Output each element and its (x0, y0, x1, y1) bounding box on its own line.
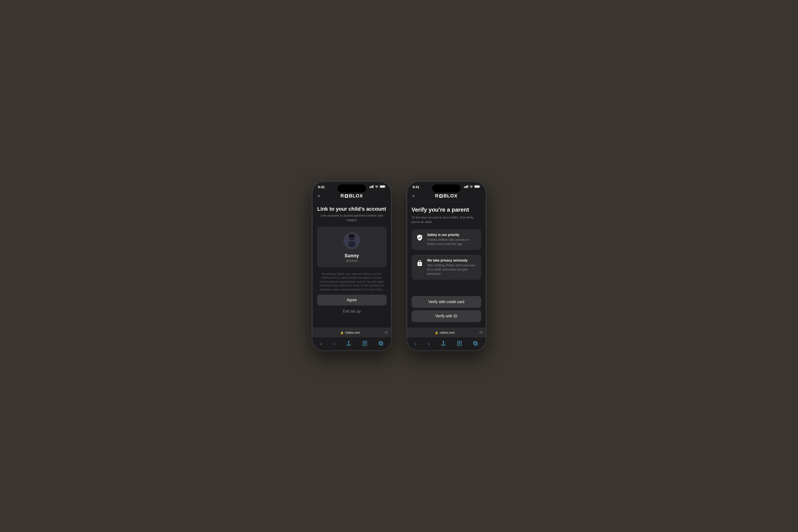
bookmarks-button-1[interactable] (360, 339, 370, 349)
tabs-button-2[interactable] (471, 339, 480, 348)
link-account-title: Link to your child's account (317, 206, 386, 212)
phone-1-content: Link to your child's account Link accoun… (312, 202, 391, 316)
svg-rect-3 (373, 185, 373, 188)
svg-rect-2 (372, 186, 373, 188)
shield-icon (415, 233, 424, 242)
logo-o-icon-2 (439, 194, 443, 198)
status-time-2: 9:41 (413, 185, 419, 189)
share-button-2[interactable] (438, 339, 448, 349)
browser-bar-2: 🔒 roblox.com ↺ (407, 328, 486, 337)
svg-rect-18 (380, 342, 383, 345)
bottom-nav-1: ‹ › (312, 337, 391, 350)
svg-point-12 (352, 238, 353, 238)
safety-text-block: Safety is our priority To keep children … (427, 233, 477, 246)
phone-2-content: Verify you're a parent To link your acco… (407, 202, 486, 280)
bottom-nav-2: ‹ › (407, 337, 486, 350)
svg-rect-5 (385, 186, 385, 187)
tabs-button-1[interactable] (376, 339, 386, 348)
lock-icon-2 (415, 259, 424, 267)
privacy-text-block: We take privacy seriously After verifyin… (427, 259, 477, 276)
share-button-1[interactable] (344, 339, 354, 349)
roblox-logo-1: RBLOX (341, 193, 363, 198)
verify-title: Verify you're a parent (412, 206, 481, 213)
logo-blox: BLOX (349, 193, 363, 198)
logo-r-2: R (435, 193, 439, 198)
signal-icon-2 (464, 185, 468, 189)
safety-card-title: Safety is our priority (427, 233, 477, 237)
svg-rect-17 (379, 341, 382, 344)
svg-rect-31 (475, 342, 477, 345)
verify-credit-card-button[interactable]: Verify with credit card (412, 296, 481, 308)
agree-button[interactable]: Agree (317, 294, 386, 305)
svg-rect-21 (466, 186, 467, 188)
safety-card-desc: To keep children safe, parents on Roblox… (427, 238, 477, 246)
logo-r: R (341, 193, 344, 198)
svg-rect-6 (380, 186, 384, 188)
status-icons-1 (369, 185, 386, 189)
battery-icon-2 (474, 185, 480, 189)
account-handle: @sun34 (346, 259, 358, 263)
legal-text: By selecting "Agree," you represent that… (317, 272, 386, 291)
back-button-2[interactable]: ‹ (412, 340, 419, 348)
status-time-1: 9:41 (318, 185, 325, 189)
exit-setup-button[interactable]: Exit set up (317, 306, 386, 316)
verify-id-button[interactable]: Verify with ID (412, 310, 481, 322)
url-text-1: roblox.com (345, 331, 360, 334)
link-account-subtitle: Link accounts to access parental control… (317, 213, 386, 222)
close-button-1[interactable]: ✕ (317, 193, 321, 198)
reload-button-2[interactable]: ↺ (479, 330, 482, 335)
scene: 9:41 (311, 181, 487, 351)
lock-icon-browser-2: 🔒 (435, 331, 438, 334)
svg-rect-25 (475, 186, 479, 188)
svg-rect-0 (369, 187, 370, 188)
phone-1: 9:41 (311, 181, 392, 351)
avatar (343, 232, 360, 249)
forward-button-1[interactable]: › (331, 340, 338, 348)
close-button-2[interactable]: ✕ (412, 193, 415, 198)
bookmarks-button-2[interactable] (454, 339, 464, 349)
logo-o-icon (345, 194, 348, 198)
phone-2: 9:41 (406, 181, 487, 351)
account-name: Sunny (344, 253, 359, 259)
reload-button-1[interactable]: ↺ (384, 330, 387, 335)
wifi-icon (375, 185, 379, 189)
browser-bar-1: 🔒 roblox.com ↺ (312, 328, 391, 337)
svg-rect-30 (474, 341, 476, 344)
status-icons-2 (464, 185, 480, 189)
logo-blox-2: BLOX (443, 193, 457, 198)
battery-icon (380, 185, 386, 189)
account-card: Sunny @sun34 (317, 227, 386, 267)
svg-point-11 (350, 238, 352, 238)
verify-buttons: Verify with credit card Verify with ID (412, 296, 481, 324)
back-button-1[interactable]: ‹ (318, 340, 325, 348)
svg-rect-19 (464, 187, 465, 188)
svg-rect-24 (479, 186, 480, 187)
roblox-logo-2: RBLOX (435, 193, 457, 198)
browser-url-1: 🔒 roblox.com (316, 331, 384, 334)
url-text-2: roblox.com (440, 331, 455, 334)
svg-rect-22 (467, 185, 468, 188)
svg-rect-20 (465, 186, 466, 188)
safety-card: Safety is our priority To keep children … (412, 229, 481, 250)
verify-subtitle: To link your account to your child's, fi… (412, 215, 481, 224)
lock-icon-1: 🔒 (340, 331, 344, 334)
privacy-card-desc: After verifying, Roblox won't save your … (427, 263, 477, 276)
browser-url-2: 🔒 roblox.com (411, 331, 479, 334)
svg-point-9 (349, 234, 355, 238)
wifi-icon-2 (469, 185, 473, 189)
svg-rect-10 (348, 242, 355, 247)
forward-button-2[interactable]: › (425, 340, 433, 348)
privacy-card-title: We take privacy seriously (427, 259, 477, 262)
privacy-card: We take privacy seriously After verifyin… (412, 255, 481, 280)
dynamic-island-2 (432, 185, 461, 192)
dynamic-island (338, 185, 366, 192)
svg-rect-1 (370, 186, 371, 188)
signal-icon (369, 185, 374, 189)
